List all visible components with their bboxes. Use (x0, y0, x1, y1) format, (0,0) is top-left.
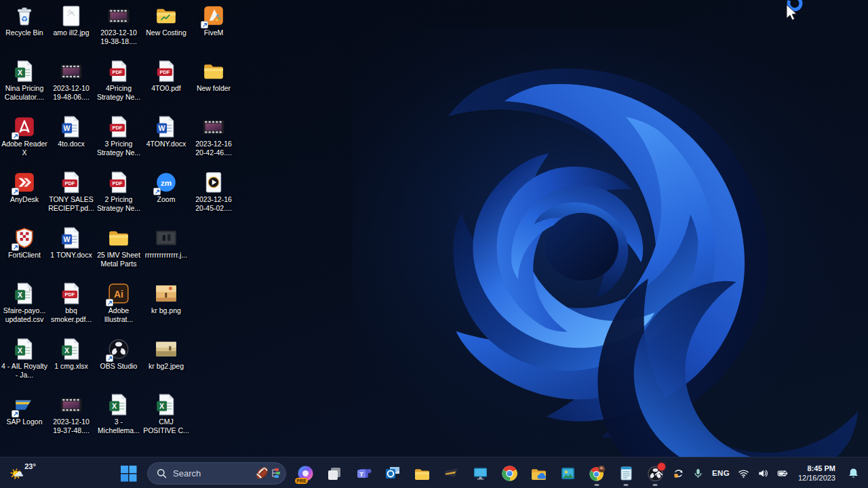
task-view-icon (326, 465, 343, 482)
desktop-icon-rrrr-image[interactable]: rrrrrrrrrrrrrr.j... (142, 226, 190, 260)
notification-bell-icon[interactable] (842, 460, 865, 486)
desktop-icon-cmj-positive[interactable]: X CMJ POSITIVE C... (142, 393, 190, 434)
desktop-icon-label: bbq smoker.pdf... (47, 306, 95, 323)
desktop-icon-tony-sales-reciept[interactable]: PDF TONY SALES RECIEPT.pd... (47, 171, 95, 212)
desktop-icon-25-imv-sheet-metal-parts[interactable]: 25 IMV Sheet Metal Parts (95, 226, 142, 268)
taskbar-tray: ENG 8:45 PM 12/16/2023 (650, 458, 865, 488)
desktop-icon-label: New folder (190, 84, 237, 93)
chrome-taskbar-button[interactable] (496, 460, 522, 487)
desktop-icon-4tony-docx[interactable]: W 4TONY.docx (142, 115, 190, 148)
desktop-icon-label: TONY SALES RECIEPT.pd... (47, 195, 95, 212)
docked-app-taskbar-button[interactable] (438, 460, 464, 487)
desktop-icon-label: 2023-12-16 20-42-46.... (190, 140, 237, 157)
shortcut-arrow-icon (12, 410, 19, 418)
1-tony-docx-icon: W (60, 226, 83, 249)
desktop-icon-2-pricing-strategy[interactable]: PDF 2 Pricing Strategy Ne... (95, 171, 142, 212)
tray-battery-icon[interactable] (774, 460, 792, 486)
desktop-icon-fivem[interactable]: FiveM (190, 4, 237, 37)
onedrive-folder-icon (530, 465, 547, 482)
photos-taskbar-button[interactable] (555, 460, 580, 487)
tray-chevron-up-icon[interactable] (650, 460, 668, 486)
desktop-icon-1-tony-docx[interactable]: W 1 TONY.docx (47, 226, 95, 260)
tray-microphone-icon[interactable] (689, 460, 707, 486)
file-explorer-taskbar-button[interactable] (409, 460, 435, 487)
desktop-icon-kr-bg2-jpeg[interactable]: kr bg2.jpeg (142, 338, 190, 371)
desktop-icon-adobe-reader-x[interactable]: Adobe Reader X (1, 115, 48, 157)
desktop-icon-new-folder[interactable]: New folder (190, 60, 237, 93)
video-2023-12-16-20-42-46-icon (202, 115, 225, 138)
taskbar-apps: PRET (292, 460, 668, 487)
desktop-icon-label: 2023-12-10 19-48-06.... (47, 84, 95, 101)
desktop-icon-obs-studio[interactable]: OBS Studio (95, 338, 142, 371)
desktop-icon-label: rrrrrrrrrrrrrr.j... (142, 251, 190, 260)
onedrive-folder-taskbar-button[interactable] (526, 460, 551, 487)
search-box[interactable]: Search 🏈 (147, 462, 286, 485)
4-ail-royalty-icon: X (13, 338, 36, 361)
tray-language-indicator[interactable]: ENG (709, 460, 733, 486)
desktop-icon-nina-pricing-calculator[interactable]: X Nina Pricing Calculator.... (1, 60, 48, 101)
desktop-icon-amo-ill2-jpg[interactable]: amo ill2.jpg (47, 4, 95, 37)
desktop-icon-3-pricing-strategy[interactable]: PDF 3 Pricing Strategy Ne... (95, 115, 142, 157)
svg-text:T: T (359, 470, 363, 477)
desktop-icon-anydesk[interactable]: AnyDesk (1, 171, 48, 204)
desktop-icon-label: Adobe Illustrat... (95, 306, 142, 323)
desktop-icon-label: 25 IMV Sheet Metal Parts (95, 251, 142, 268)
desktop-icon-label: SAP Logon (1, 418, 48, 426)
svg-text:Ai: Ai (114, 289, 123, 300)
svg-text:W: W (64, 124, 71, 132)
svg-text:a: a (28, 285, 32, 292)
desktop-icon-zoom-app[interactable]: zm Zoom (142, 171, 190, 204)
teams-taskbar-button[interactable]: T (351, 460, 376, 487)
shortcut-arrow-icon (12, 188, 19, 195)
desktop-icon-4to0-pdf[interactable]: PDF 4TO0.pdf (142, 60, 190, 93)
desktop-icon-video-2023-12-10-19-37-48[interactable]: 2023-12-10 19-37-48.... (47, 393, 95, 434)
remote-display-taskbar-button[interactable] (467, 460, 493, 487)
desktop-icon-label: 1 TONY.docx (47, 251, 95, 260)
chrome-profile-taskbar-button[interactable] (584, 460, 610, 487)
desktop-icon-new-costing-folder[interactable]: New Costing (142, 4, 190, 37)
tray-wifi-icon[interactable] (734, 460, 753, 486)
outlook-taskbar-button[interactable] (380, 460, 406, 487)
desktop-icon-label: Nina Pricing Calculator.... (1, 84, 48, 101)
desktop-icon-bbq-smoker-pdf[interactable]: PDF bbq smoker.pdf... (47, 282, 95, 323)
desktop-icon-label: 4Pricing Strategy Ne... (95, 84, 142, 101)
start-button[interactable] (115, 460, 141, 487)
desktop-icon-video-2023-12-16-20-45-02[interactable]: 2023-12-16 20-45-02.... (190, 171, 237, 212)
taskbar-center: Search 🏈 PRET (115, 458, 668, 488)
shortcut-arrow-icon (153, 188, 161, 195)
obs-studio-icon (107, 338, 130, 361)
search-highlight-icon: 🏈 (256, 467, 280, 479)
running-indicator (624, 484, 629, 486)
desktop-icon-forticlient[interactable]: FortiClient (1, 226, 48, 260)
svg-text:PDF: PDF (64, 180, 75, 186)
desktop-icon-3-michellema[interactable]: X 3 - Michellema... (95, 393, 142, 434)
tray-volume-icon[interactable] (754, 460, 772, 486)
notepad-taskbar-button[interactable] (613, 460, 639, 487)
desktop-icon-4pricing-strategy[interactable]: PDF 4Pricing Strategy Ne... (95, 60, 142, 101)
desktop-icon-sap-logon[interactable]: SAP Logon (1, 393, 48, 426)
desktop-icon-4to-docx[interactable]: W 4to.docx (47, 115, 95, 148)
desktop-icon-recycle-bin[interactable]: ♻ Recycle Bin (1, 4, 48, 37)
tray-clock[interactable]: 8:45 PM 12/16/2023 (793, 464, 840, 483)
desktop-icon-video-2023-12-16-20-42-46[interactable]: 2023-12-16 20-42-46.... (190, 115, 237, 157)
desktop-icon-kr-bg-png[interactable]: kr bg.png (142, 282, 190, 315)
adobe-illustrator-icon: Ai (107, 282, 130, 305)
svg-text:PDF: PDF (112, 69, 122, 75)
tony-sales-reciept-icon: PDF (60, 171, 83, 194)
desktop-icon-adobe-illustrator[interactable]: Ai Adobe Illustrat... (95, 282, 142, 323)
desktop-icon-video-2023-12-10-19-48-06[interactable]: 2023-12-10 19-48-06.... (47, 60, 95, 101)
shortcut-arrow-icon (201, 21, 208, 28)
desktop-icon-4-ail-royalty[interactable]: X 4 - AIL Royalty - Ja... (1, 338, 48, 379)
svg-text:X: X (64, 346, 69, 354)
sfaire-payo-updated-csv-icon: Xa (13, 282, 36, 305)
tray-update-icon[interactable] (669, 460, 688, 486)
taskbar: 🌤️ 23° Search 🏈 PRET ENG (0, 457, 868, 488)
desktop-icon-video-2023-12-10-19-38-18[interactable]: 2023-12-10 19-38-18.... (95, 4, 142, 45)
weather-widget[interactable]: 🌤️ 23° (4, 458, 41, 488)
desktop-icon-1-cmg-xlsx[interactable]: X 1 cmg.xlsx (47, 338, 95, 371)
desktop-icon-sfaire-payo-updated-csv[interactable]: Xa Sfaire-payo... updated.csv (1, 282, 48, 323)
task-view-taskbar-button[interactable] (321, 460, 347, 487)
desktop-icon-label: CMJ POSITIVE C... (142, 418, 190, 434)
edge-preview-taskbar-button[interactable]: PRE (292, 460, 318, 487)
busy-cursor (780, 0, 807, 24)
